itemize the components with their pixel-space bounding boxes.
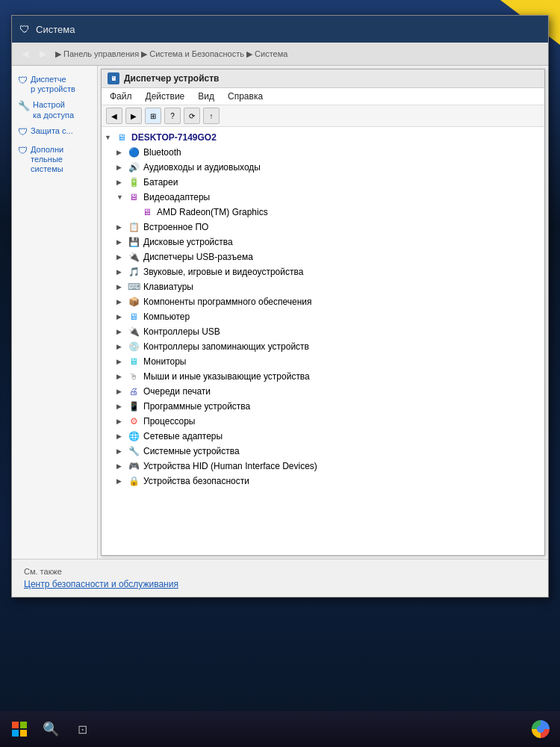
chrome-icon[interactable]	[527, 716, 554, 743]
tree-keyboard[interactable]: ▶ ⌨ Клавиатуры	[102, 279, 544, 294]
start-icon	[9, 719, 30, 740]
tree-bluetooth[interactable]: ▶ 🔵 Bluetooth	[102, 145, 544, 160]
sidebar-item-protection[interactable]: 🛡 Защита с...	[12, 123, 97, 142]
monitors-arrow: ▶	[116, 358, 127, 365]
tree-disk[interactable]: ▶ 💾 Дисковые устройства	[102, 235, 544, 249]
menu-file[interactable]: Файл	[108, 90, 134, 102]
sidebar-item-dispatcher[interactable]: 🛡 Диспетчер устройств	[12, 72, 97, 97]
menu-help[interactable]: Справка	[225, 90, 265, 102]
system-dev-label: Системные устройства	[143, 446, 541, 456]
toolbar-scan[interactable]: ⟳	[184, 108, 200, 124]
tree-display[interactable]: ▼ 🖥 Видеоадаптеры	[102, 190, 544, 205]
toolbar-properties[interactable]: ⊞	[145, 108, 161, 124]
see-also-link[interactable]: Центр безопасности и обслуживания	[24, 579, 536, 589]
tree-security[interactable]: ▶ 🔒 Устройства безопасности	[102, 474, 544, 489]
tree-root[interactable]: ▼ 🖥 DESKTOP-7149GO2	[102, 130, 544, 145]
tree-monitors[interactable]: ▶ 🖥 Мониторы	[102, 354, 544, 369]
chrome-logo	[532, 720, 550, 738]
nav-arrows: ◀ ▶	[16, 46, 51, 62]
advanced-label: Дополнительныесистемы	[31, 145, 63, 175]
audio-label: Аудиовходы и аудиовыходы	[143, 162, 541, 173]
back-button[interactable]: ◀	[16, 46, 33, 62]
screen-background: 🛡 Система ◀ ▶ ▶ Панель управления ▶ Сист…	[0, 0, 560, 747]
display-arrow: ▼	[116, 193, 127, 201]
software-arrow: ▶	[116, 298, 127, 306]
firmware-label: Встроенное ПО	[143, 222, 541, 232]
audio-arrow: ▶	[116, 164, 127, 171]
tree-battery[interactable]: ▶ 🔋 Батареи	[102, 175, 544, 190]
tree-usb-dispatcher[interactable]: ▶ 🔌 Диспетчеры USB-разъема	[102, 249, 544, 264]
tree-network[interactable]: ▶ 🌐 Сетевые адаптеры	[102, 429, 544, 444]
software-label: Компоненты программного обеспечения	[143, 297, 541, 307]
tree-computer[interactable]: ▶ 🖥 Компьютер	[102, 309, 544, 324]
storage-icon: 💿	[127, 341, 140, 353]
sidebar-item-settings[interactable]: 🔧 Настройка доступа	[12, 97, 97, 123]
tree-system-dev[interactable]: ▶ 🔧 Системные устройства	[102, 444, 544, 459]
menu-view[interactable]: Вид	[196, 90, 217, 102]
network-arrow: ▶	[116, 433, 127, 440]
dm-menu-bar: Файл Действие Вид Справка	[102, 88, 544, 105]
menu-action[interactable]: Действие	[143, 90, 187, 102]
search-icon: 🔍	[43, 721, 59, 737]
protection-label: Защита с...	[31, 126, 73, 136]
settings-icon: 🔧	[18, 100, 30, 113]
dm-title-label: Диспетчер устройств	[124, 73, 219, 84]
advanced-icon: 🛡	[18, 145, 28, 158]
system-title-bar: 🛡 Система	[12, 16, 548, 43]
amd-label: AMD Radeon(TM) Graphics	[157, 207, 541, 217]
print-queue-arrow: ▶	[116, 388, 127, 395]
amd-icon: 🖥	[140, 206, 154, 218]
mouse-arrow: ▶	[116, 373, 127, 380]
audio-icon: 🔊	[127, 161, 140, 173]
cpu-arrow: ▶	[116, 418, 127, 425]
sound-arrow: ▶	[116, 268, 127, 276]
root-arrow: ▼	[105, 134, 115, 141]
disk-icon: 💾	[127, 236, 140, 248]
toolbar-help[interactable]: ?	[164, 108, 181, 124]
storage-arrow: ▶	[116, 343, 127, 350]
tree-print-queue[interactable]: ▶ 🖨 Очереди печати	[102, 384, 544, 399]
tree-audio[interactable]: ▶ 🔊 Аудиовходы и аудиовыходы	[102, 160, 544, 175]
dm-toolbar: ◀ ▶ ⊞ ? ⟳ ↑	[102, 105, 544, 127]
tree-program-devices[interactable]: ▶ 📱 Программные устройства	[102, 399, 544, 414]
tree-software[interactable]: ▶ 📦 Компоненты программного обеспечения	[102, 294, 544, 309]
usb-dispatcher-icon: 🔌	[127, 251, 140, 263]
display-label: Видеоадаптеры	[143, 192, 541, 202]
tree-mouse[interactable]: ▶ 🖱 Мыши и иные указывающие устройства	[102, 369, 544, 384]
tree-storage[interactable]: ▶ 💿 Контроллеры запоминающих устройств	[102, 339, 544, 354]
cpu-icon: ⚙	[127, 415, 140, 427]
tree-firmware[interactable]: ▶ 📋 Встроенное ПО	[102, 220, 544, 235]
sidebar-item-advanced[interactable]: 🛡 Дополнительныесистемы	[12, 142, 97, 178]
usb-arrow: ▶	[116, 328, 127, 335]
toolbar-update[interactable]: ↑	[203, 108, 220, 124]
start-button[interactable]	[6, 716, 33, 743]
usb-dispatcher-label: Диспетчеры USB-разъема	[143, 252, 541, 262]
firmware-arrow: ▶	[116, 223, 127, 231]
system-dev-arrow: ▶	[116, 447, 127, 455]
forward-button[interactable]: ▶	[34, 46, 51, 62]
firmware-icon: 📋	[127, 221, 140, 233]
left-sidebar: 🛡 Диспетчер устройств 🔧 Настройка доступ…	[12, 66, 98, 559]
tree-usb[interactable]: ▶ 🔌 Контроллеры USB	[102, 324, 544, 339]
dispatcher-label: Диспетчер устройств	[31, 75, 75, 94]
tree-amd[interactable]: 🖥 AMD Radeon(TM) Graphics	[102, 205, 544, 220]
task-view-button[interactable]: ⊡	[69, 716, 96, 743]
root-label: DESKTOP-7149GO2	[131, 132, 541, 143]
network-label: Сетевые адаптеры	[143, 431, 541, 441]
system-dev-icon: 🔧	[127, 445, 140, 457]
breadcrumb: ▶ Панель управления ▶ Система и Безопасн…	[55, 49, 544, 59]
dm-title-icon: 🖥	[108, 72, 119, 84]
software-icon: 📦	[127, 296, 140, 308]
keyboard-icon: ⌨	[127, 281, 140, 293]
bluetooth-label: Bluetooth	[143, 147, 541, 158]
battery-label: Батареи	[143, 177, 541, 187]
computer-icon: 🖥	[127, 311, 140, 323]
tree-cpu[interactable]: ▶ ⚙ Процессоры	[102, 414, 544, 429]
device-tree[interactable]: ▼ 🖥 DESKTOP-7149GO2 ▶ 🔵 Bluetooth ▶ 🔊	[102, 127, 544, 555]
tree-sound[interactable]: ▶ 🎵 Звуковые, игровые и видеоустройства	[102, 264, 544, 279]
toolbar-forward[interactable]: ▶	[125, 108, 142, 124]
toolbar-back[interactable]: ◀	[106, 108, 122, 124]
tree-hid[interactable]: ▶ 🎮 Устройства HID (Human Interface Devi…	[102, 459, 544, 474]
print-queue-label: Очереди печати	[143, 386, 541, 397]
search-button[interactable]: 🔍	[37, 716, 64, 743]
